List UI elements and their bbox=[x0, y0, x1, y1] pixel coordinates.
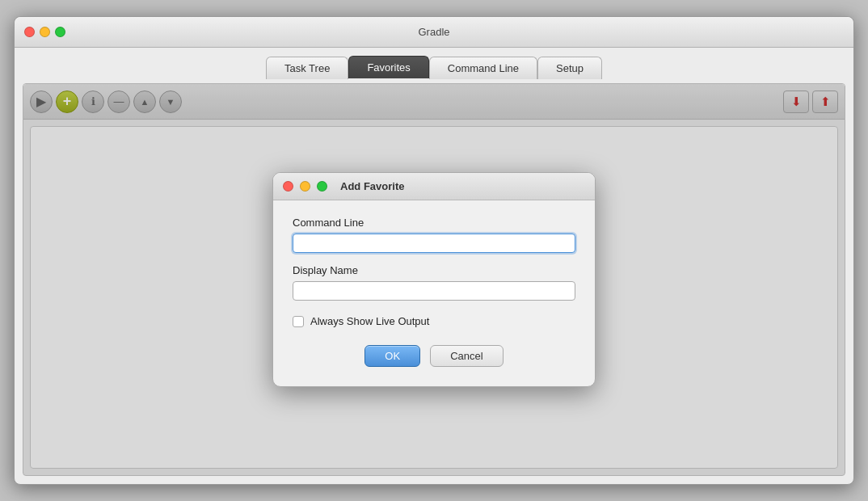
modal-close-button[interactable] bbox=[283, 181, 293, 192]
close-button[interactable] bbox=[24, 27, 35, 37]
add-favorite-dialog: Add Favorite Command Line Display Name bbox=[272, 172, 596, 387]
titlebar: Gradle bbox=[15, 17, 853, 48]
display-name-label: Display Name bbox=[293, 264, 575, 276]
command-line-input[interactable] bbox=[293, 234, 575, 253]
modal-title: Add Favorite bbox=[334, 180, 585, 192]
modal-titlebar: Add Favorite bbox=[273, 173, 595, 200]
window-title: Gradle bbox=[418, 26, 449, 38]
modal-buttons: OK Cancel bbox=[293, 345, 575, 367]
modal-overlay: Add Favorite Command Line Display Name bbox=[23, 84, 845, 475]
tab-bar: Task Tree Favorites Command Line Setup bbox=[23, 56, 845, 78]
modal-maximize-button[interactable] bbox=[317, 181, 327, 192]
command-line-label: Command Line bbox=[293, 217, 575, 229]
live-output-label: Always Show Live Output bbox=[310, 315, 429, 327]
window-content: Task Tree Favorites Command Line Setup ▶… bbox=[15, 48, 853, 484]
modal-body: Command Line Display Name Always Show Li… bbox=[273, 200, 595, 386]
main-window: Gradle Task Tree Favorites Command Line … bbox=[14, 16, 854, 485]
ok-button[interactable]: OK bbox=[364, 345, 420, 367]
tab-command-line[interactable]: Command Line bbox=[429, 57, 537, 79]
always-show-live-output-checkbox[interactable] bbox=[293, 316, 304, 327]
minimize-button[interactable] bbox=[40, 27, 50, 37]
live-output-group: Always Show Live Output bbox=[293, 315, 575, 327]
display-name-group: Display Name bbox=[293, 264, 575, 301]
main-panel: ▶ + ℹ — ▲ ▼ bbox=[23, 83, 845, 476]
command-line-group: Command Line bbox=[293, 217, 575, 253]
traffic-lights bbox=[24, 27, 65, 37]
tab-task-tree[interactable]: Task Tree bbox=[266, 57, 348, 79]
display-name-input[interactable] bbox=[293, 281, 575, 301]
tab-setup[interactable]: Setup bbox=[537, 57, 602, 79]
maximize-button[interactable] bbox=[55, 27, 65, 37]
tab-favorites[interactable]: Favorites bbox=[348, 56, 428, 78]
cancel-button[interactable]: Cancel bbox=[430, 345, 503, 367]
modal-minimize-button[interactable] bbox=[300, 181, 310, 192]
